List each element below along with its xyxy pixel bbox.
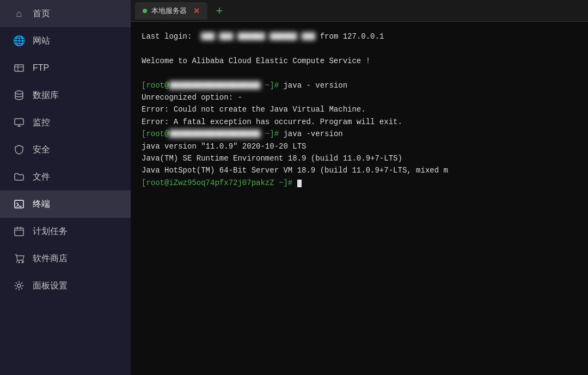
sidebar-item-label: 数据库 [33, 90, 59, 101]
folder-icon [13, 171, 25, 183]
svg-rect-0 [15, 65, 23, 71]
terminal-cursor [297, 180, 302, 187]
sidebar-item-database[interactable]: 数据库 [0, 82, 131, 109]
terminal-line-cmd1: [root@████████████████████ ~]# java - ve… [142, 79, 577, 91]
sidebar-item-website[interactable]: 🌐 网站 [0, 27, 131, 54]
tab-bar: 本地服务器 ✕ + [131, 0, 588, 22]
terminal-line-spacer2 [142, 67, 577, 79]
svg-rect-7 [15, 200, 23, 208]
sidebar-item-ftp[interactable]: FTP [0, 54, 131, 82]
terminal-tab[interactable]: 本地服务器 ✕ [135, 2, 207, 20]
calendar-icon [13, 225, 25, 237]
terminal-line-java-hotspot: Java HotSpot(TM) 64-Bit Server VM 18.9 (… [142, 164, 577, 176]
svg-rect-4 [15, 119, 23, 125]
home-icon: ⌂ [13, 8, 25, 20]
sidebar-item-security[interactable]: 安全 [0, 136, 131, 163]
terminal-output[interactable]: Last login: ███ ███ ██████ ██████ ███ fr… [131, 22, 588, 375]
terminal-line-java-version: java version "11.0.9" 2020-10-20 LTS [142, 140, 577, 152]
sidebar-item-store[interactable]: 软件商店 [0, 245, 131, 272]
main-panel: 本地服务器 ✕ + Last login: ███ ███ ██████ ███… [131, 0, 588, 375]
terminal-line-java-runtime: Java(TM) SE Runtime Environment 18.9 (bu… [142, 152, 577, 164]
svg-rect-9 [15, 228, 23, 236]
terminal-line-error1: Error: Could not create the Java Virtual… [142, 103, 577, 115]
sidebar-item-panel[interactable]: 面板设置 [0, 272, 131, 299]
sidebar-item-label: 软件商店 [33, 253, 68, 265]
sidebar-item-label: 文件 [33, 171, 50, 183]
shield-icon [13, 144, 25, 156]
database-icon [13, 89, 25, 101]
terminal-line-login: Last login: ███ ███ ██████ ██████ ███ fr… [142, 30, 577, 42]
sidebar-item-label: 首页 [33, 8, 50, 20]
tab-status-dot [143, 9, 147, 13]
sidebar-item-schedule[interactable]: 计划任务 [0, 218, 131, 245]
terminal-line-error2: Error: A fatal exception has occurred. P… [142, 116, 577, 128]
sidebar-item-label: 终端 [33, 199, 50, 210]
svg-point-13 [17, 284, 21, 287]
terminal-icon [13, 198, 25, 210]
monitor-icon [13, 116, 25, 128]
sidebar-item-label: FTP [33, 63, 49, 73]
terminal-line-prompt-final: [root@iZwz95oq74pfx72j07pakzZ ~]# [142, 177, 577, 189]
sidebar-item-home[interactable]: ⌂ 首页 [0, 0, 131, 27]
sidebar-item-label: 安全 [33, 144, 50, 156]
store-icon [13, 253, 25, 265]
sidebar-item-monitor[interactable]: 监控 [0, 109, 131, 136]
sidebar-item-terminal[interactable]: 终端 [0, 190, 131, 218]
sidebar-item-label: 监控 [33, 117, 50, 128]
terminal-line-spacer1 [142, 42, 577, 54]
ftp-icon [13, 62, 25, 74]
sidebar-item-label: 面板设置 [33, 280, 68, 292]
globe-icon: 🌐 [13, 35, 25, 47]
tab-close-button[interactable]: ✕ [193, 7, 200, 15]
sidebar-item-label: 网站 [33, 35, 50, 47]
sidebar: ⌂ 首页 🌐 网站 FTP 数据库 [0, 0, 131, 375]
sidebar-item-label: 计划任务 [33, 226, 68, 237]
svg-point-3 [15, 91, 23, 94]
gear-icon [13, 280, 25, 292]
sidebar-item-files[interactable]: 文件 [0, 163, 131, 190]
terminal-line-unrecognized: Unrecognized option: - [142, 91, 577, 103]
terminal-line-welcome: Welcome to Alibaba Cloud Elastic Compute… [142, 55, 577, 67]
tab-label: 本地服务器 [151, 6, 187, 16]
terminal-line-cmd2: [root@████████████████████ ~]# java -ver… [142, 128, 577, 140]
tab-add-button[interactable]: + [212, 3, 227, 19]
